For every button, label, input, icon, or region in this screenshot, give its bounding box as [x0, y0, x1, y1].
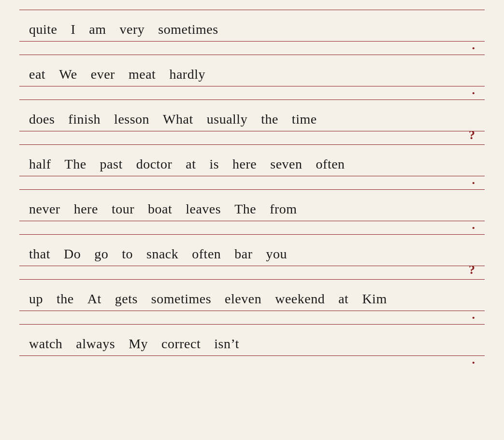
- answer-line-2: .: [19, 86, 485, 99]
- punctuation-8: .: [472, 353, 475, 367]
- words-line-2: eatWeevermeathardly: [19, 55, 485, 86]
- words-line-8: watchalwaysMycorrectisn’t: [19, 324, 485, 355]
- word-1-1: I: [71, 22, 76, 37]
- words-line-7: uptheAtgetssometimeselevenweekendatKim: [19, 279, 485, 311]
- word-5-1: here: [74, 201, 98, 217]
- word-6-5: often: [192, 246, 221, 262]
- answer-line-3: ?: [19, 131, 485, 144]
- word-5-6: from: [270, 201, 297, 217]
- sentence-row-3: doesfinishlessonWhatusuallythetime?: [19, 99, 485, 144]
- word-3-2: lesson: [114, 112, 149, 127]
- answer-line-6: ?: [19, 266, 485, 279]
- word-6-0: that: [29, 246, 50, 262]
- worksheet: quiteIamverysometimes.eatWeevermeathardl…: [0, 5, 504, 374]
- word-4-8: often: [316, 156, 345, 172]
- word-1-0: quite: [29, 22, 58, 37]
- word-6-6: bar: [234, 246, 252, 262]
- answer-line-1: .: [19, 41, 485, 55]
- word-4-1: The: [65, 156, 86, 172]
- word-8-3: correct: [161, 336, 201, 352]
- word-6-2: go: [94, 246, 108, 262]
- sentence-row-7: uptheAtgetssometimeselevenweekendatKim.: [19, 279, 485, 324]
- word-8-1: always: [76, 336, 115, 352]
- words-line-3: doesfinishlessonWhatusuallythetime: [19, 99, 485, 131]
- word-3-5: the: [261, 112, 278, 127]
- sentence-row-5: neverheretourboatleavesThefrom.: [19, 189, 485, 234]
- sentence-row-1: quiteIamverysometimes.: [19, 10, 485, 55]
- word-3-3: What: [163, 112, 193, 127]
- word-1-4: sometimes: [158, 22, 218, 37]
- word-8-2: My: [129, 336, 148, 352]
- word-2-3: meat: [129, 67, 156, 82]
- sentence-row-4: halfThepastdoctoratisheresevenoften.: [19, 144, 485, 189]
- words-line-1: quiteIamverysometimes: [19, 10, 485, 41]
- word-6-3: to: [122, 246, 133, 262]
- answer-line-4: .: [19, 176, 485, 189]
- word-7-8: Kim: [362, 291, 387, 307]
- word-8-4: isn’t: [214, 336, 239, 352]
- word-7-4: sometimes: [151, 291, 211, 307]
- word-3-1: finish: [68, 112, 101, 127]
- words-line-5: neverheretourboatleavesThefrom: [19, 189, 485, 221]
- word-5-2: tour: [112, 201, 134, 217]
- punctuation-2: .: [472, 83, 475, 98]
- words-line-6: thatDogotosnackoftenbaryou: [19, 234, 485, 266]
- word-5-0: never: [29, 201, 60, 217]
- word-2-0: eat: [29, 67, 45, 82]
- word-4-2: past: [100, 156, 123, 172]
- punctuation-4: .: [472, 173, 475, 187]
- sentence-row-8: watchalwaysMycorrectisn’t.: [19, 324, 485, 369]
- word-4-6: here: [232, 156, 257, 172]
- word-4-3: doctor: [136, 156, 173, 172]
- word-2-1: We: [59, 67, 77, 82]
- word-3-0: does: [29, 112, 55, 127]
- punctuation-5: .: [472, 218, 475, 232]
- word-7-1: the: [57, 291, 74, 307]
- word-7-2: At: [87, 291, 101, 307]
- punctuation-6: ?: [469, 263, 475, 277]
- word-6-4: snack: [146, 246, 178, 262]
- word-5-3: boat: [148, 201, 172, 217]
- word-8-0: watch: [29, 336, 62, 352]
- words-line-4: halfThepastdoctoratisheresevenoften: [19, 144, 485, 176]
- answer-line-8: .: [19, 355, 485, 369]
- sentence-row-6: thatDogotosnackoftenbaryou?: [19, 234, 485, 279]
- word-4-0: half: [29, 156, 51, 172]
- word-1-3: very: [120, 22, 145, 37]
- sentence-row-2: eatWeevermeathardly.: [19, 55, 485, 99]
- word-4-7: seven: [270, 156, 302, 172]
- word-5-5: The: [234, 201, 256, 217]
- answer-line-7: .: [19, 311, 485, 324]
- answer-line-5: .: [19, 221, 485, 234]
- word-2-4: hardly: [169, 67, 205, 82]
- word-7-3: gets: [115, 291, 138, 307]
- word-6-1: Do: [64, 246, 81, 262]
- word-1-2: am: [89, 22, 106, 37]
- word-7-7: at: [338, 291, 348, 307]
- word-3-6: time: [292, 112, 317, 127]
- word-3-4: usually: [207, 112, 247, 127]
- word-7-0: up: [29, 291, 43, 307]
- word-6-7: you: [266, 246, 288, 262]
- word-4-5: is: [209, 156, 219, 172]
- word-2-2: ever: [91, 67, 115, 82]
- punctuation-1: .: [472, 38, 475, 53]
- word-7-6: weekend: [275, 291, 325, 307]
- punctuation-3: ?: [469, 128, 475, 142]
- word-7-5: eleven: [225, 291, 261, 307]
- word-5-4: leaves: [186, 201, 221, 217]
- word-4-4: at: [186, 156, 196, 172]
- punctuation-7: .: [472, 308, 475, 322]
